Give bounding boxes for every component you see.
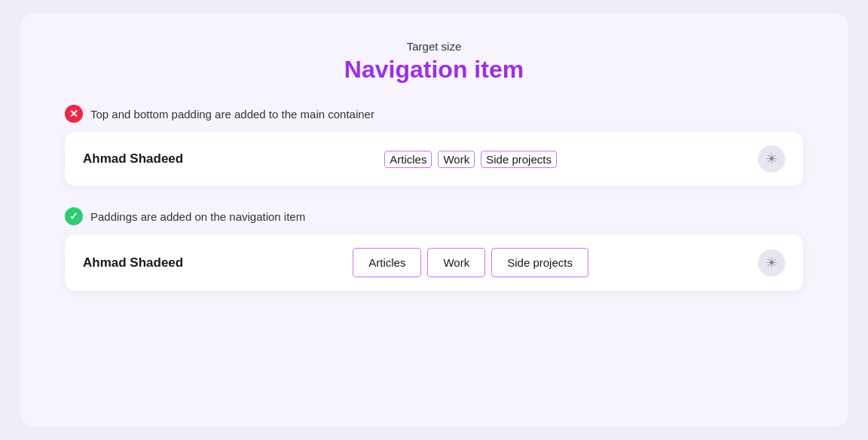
bad-nav-item-articles[interactable]: Articles	[384, 151, 432, 168]
good-nav-items: Articles Work Side projects	[353, 248, 588, 277]
success-badge: ✓	[65, 207, 83, 225]
bad-nav-item-side-projects[interactable]: Side projects	[481, 151, 557, 168]
main-container: Target size Navigation item ✕ Top and bo…	[20, 13, 848, 427]
bad-section-text: Top and bottom padding are added to the …	[90, 108, 374, 121]
page-subtitle: Target size	[344, 40, 524, 53]
bad-nav-name: Ahmad Shadeed	[83, 151, 183, 167]
bad-section-label: ✕ Top and bottom padding are added to th…	[65, 105, 803, 123]
good-nav-item-side-projects[interactable]: Side projects	[491, 248, 588, 277]
bad-nav-bar: Ahmad Shadeed Articles Work Side project…	[65, 132, 803, 186]
bad-theme-toggle[interactable]: ☀	[758, 145, 785, 173]
good-nav-bar: Ahmad Shadeed Articles Work Side project…	[65, 234, 803, 291]
good-theme-toggle[interactable]: ☀	[758, 249, 785, 277]
bad-nav-item-work[interactable]: Work	[438, 151, 475, 168]
good-theme-icon: ☀	[766, 255, 778, 271]
bad-section: ✕ Top and bottom padding are added to th…	[65, 105, 803, 186]
page-header: Target size Navigation item	[344, 40, 524, 84]
good-section-text: Paddings are added on the navigation ite…	[90, 210, 305, 223]
good-nav-name: Ahmad Shadeed	[83, 255, 183, 270]
error-badge: ✕	[65, 105, 83, 123]
good-nav-item-articles[interactable]: Articles	[353, 248, 421, 277]
good-nav-item-work[interactable]: Work	[427, 248, 485, 277]
good-section-label: ✓ Paddings are added on the navigation i…	[65, 207, 803, 225]
bad-nav-items: Articles Work Side projects	[384, 151, 557, 168]
bad-theme-icon: ☀	[766, 151, 778, 167]
good-section: ✓ Paddings are added on the navigation i…	[65, 207, 803, 291]
page-title: Navigation item	[344, 56, 524, 84]
